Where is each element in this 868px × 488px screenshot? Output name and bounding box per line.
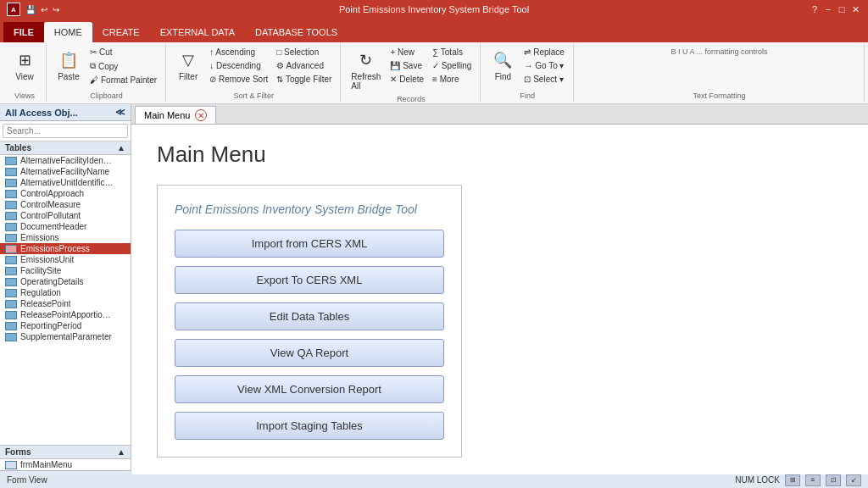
status-view-btn-1[interactable]: ⊞ xyxy=(785,474,800,486)
quick-access-save[interactable]: 💾 xyxy=(25,5,36,14)
refresh-all-button[interactable]: ↻ RefreshAll xyxy=(347,46,385,93)
status-view-btn-4[interactable]: ↙ xyxy=(846,474,861,486)
quick-access-undo[interactable]: ↩ xyxy=(41,5,47,14)
nav-item-label: ReleasePointApportionment xyxy=(20,310,114,319)
title-bar-left: A 💾 ↩ ↪ xyxy=(7,3,59,16)
ribbon-group-views: ⊞ View Views xyxy=(3,44,47,102)
selection-button[interactable]: □ Selection xyxy=(273,46,335,58)
nav-item-EmissionsUnit[interactable]: EmissionsUnit xyxy=(0,254,131,265)
tab-close-button[interactable]: ✕ xyxy=(195,109,207,121)
clipboard-group-label: Clipboard xyxy=(90,90,123,100)
nav-item-label: Regulation xyxy=(20,288,61,297)
tab-create[interactable]: CREATE xyxy=(92,22,150,42)
ribbon-group-views-content: ⊞ View xyxy=(8,46,41,90)
menu-btn-0[interactable]: Import from CERS XML xyxy=(175,230,444,258)
goto-button[interactable]: → Go To ▾ xyxy=(520,59,567,72)
records-small-buttons2: ∑ Totals ✓ Spelling ≡ More xyxy=(429,46,475,86)
ribbon-group-clipboard: 📋 Paste ✂ Cut ⧉ Copy 🖌 Format Painter Cl… xyxy=(47,44,166,102)
nav-item-label: ControlMeasure xyxy=(20,200,81,209)
nav-item-AlternativeFacilityName[interactable]: AlternativeFacilityName xyxy=(0,166,131,177)
nav-item-ReleasePoint[interactable]: ReleasePoint xyxy=(0,298,131,309)
menu-btn-4[interactable]: View XML Conversion Report xyxy=(175,375,444,403)
menu-btn-2[interactable]: Edit Data Tables xyxy=(175,302,444,330)
nav-item-ControlMeasure[interactable]: ControlMeasure xyxy=(0,199,131,210)
quick-access-redo[interactable]: ↪ xyxy=(53,5,59,14)
nav-item-ReleasePointApportionment[interactable]: ReleasePointApportionment xyxy=(0,309,131,320)
status-view-btn-2[interactable]: ≡ xyxy=(805,474,821,486)
paste-button[interactable]: 📋 Paste xyxy=(53,46,85,84)
advanced-button[interactable]: ⚙ Advanced xyxy=(273,59,335,72)
nav-tables-section-header[interactable]: Tables ▲ xyxy=(0,141,131,155)
menu-btn-5[interactable]: Import Staging Tables xyxy=(175,412,444,440)
table-icon xyxy=(5,212,17,220)
nav-item-ControlApproach[interactable]: ControlApproach xyxy=(0,188,131,199)
find-button[interactable]: 🔍 Find xyxy=(487,46,519,84)
nav-item-AlternativeUnitIdentification[interactable]: AlternativeUnitIdentification xyxy=(0,177,131,188)
remove-sort-button[interactable]: ⊘ Remove Sort xyxy=(206,73,271,86)
more-button[interactable]: ≡ More xyxy=(429,73,475,86)
toggle-filter-button[interactable]: ⇅ Toggle Filter xyxy=(273,73,335,86)
sign-in-link[interactable]: Sign in xyxy=(826,25,868,39)
select-button[interactable]: ⊡ Select ▾ xyxy=(520,73,567,86)
table-icon xyxy=(5,300,17,308)
view-label: View xyxy=(15,72,34,81)
paste-icon: 📋 xyxy=(57,48,81,72)
nav-item-Emissions[interactable]: Emissions xyxy=(0,232,131,243)
delete-record-button[interactable]: ✕ Delete xyxy=(387,73,427,86)
nav-item-label: ReportingPeriod xyxy=(20,321,81,330)
nav-item-DocumentHeader[interactable]: DocumentHeader xyxy=(0,221,131,232)
nav-item-SupplementalParameter[interactable]: SupplementalParameter xyxy=(0,331,131,342)
nav-item-label: AlternativeFacilityName xyxy=(20,167,109,176)
nav-pane-chevron[interactable]: ≪ xyxy=(115,107,125,118)
nav-item-Regulation[interactable]: Regulation xyxy=(0,287,131,298)
records-small-buttons: + New 💾 Save ✕ Delete xyxy=(387,46,427,86)
totals-button[interactable]: ∑ Totals xyxy=(429,46,475,58)
nav-item-EmissionsProcess[interactable]: EmissionsProcess xyxy=(0,243,131,254)
nav-forms-section-header[interactable]: Forms ▲ xyxy=(0,445,131,459)
new-record-button[interactable]: + New xyxy=(387,46,427,58)
nav-search-input[interactable] xyxy=(3,124,128,138)
form-icon xyxy=(5,461,17,469)
table-icon xyxy=(5,311,17,319)
menu-btn-1[interactable]: Export To CERS XML xyxy=(175,266,444,294)
format-painter-button[interactable]: 🖌 Format Painter xyxy=(86,74,160,86)
tab-external-data[interactable]: EXTERNAL DATA xyxy=(150,22,245,42)
cut-button[interactable]: ✂ Cut xyxy=(86,46,160,58)
nav-tables-chevron: ▲ xyxy=(117,143,125,152)
descending-button[interactable]: ↓ Descending xyxy=(206,59,271,72)
minimize-button[interactable]: − xyxy=(822,3,834,15)
access-logo: A xyxy=(7,3,20,16)
nav-item-ControlPollutant[interactable]: ControlPollutant xyxy=(0,210,131,221)
restore-button[interactable]: □ xyxy=(836,3,848,15)
ribbon-tab-bar: FILE HOME CREATE EXTERNAL DATA DATABASE … xyxy=(0,19,868,42)
ribbon-group-clipboard-content: 📋 Paste ✂ Cut ⧉ Copy 🖌 Format Painter xyxy=(53,46,160,90)
ribbon-group-sort-filter-content: ▽ Filter ↑ Ascending ↓ Descending ⊘ Remo… xyxy=(172,46,335,90)
save-record-button[interactable]: 💾 Save xyxy=(387,59,427,72)
table-icon xyxy=(5,267,17,275)
filter-button[interactable]: ▽ Filter xyxy=(172,46,204,84)
replace-button[interactable]: ⇌ Replace xyxy=(520,46,567,58)
status-view-btn-3[interactable]: ⊡ xyxy=(826,474,841,486)
close-button[interactable]: ✕ xyxy=(849,3,861,15)
nav-item-label: ControlApproach xyxy=(20,189,84,198)
nav-item-ReportingPeriod[interactable]: ReportingPeriod xyxy=(0,320,131,331)
filter-label: Filter xyxy=(179,72,198,81)
ribbon-group-find-content: 🔍 Find ⇌ Replace → Go To ▾ ⊡ Select ▾ xyxy=(487,46,567,90)
spelling-button[interactable]: ✓ Spelling xyxy=(429,59,475,72)
nav-item-FacilitySite[interactable]: FacilitySite xyxy=(0,265,131,276)
ascending-button[interactable]: ↑ Ascending xyxy=(206,46,271,58)
help-button[interactable]: ? xyxy=(809,3,821,15)
nav-item-label: ReleasePoint xyxy=(20,299,70,308)
copy-button[interactable]: ⧉ Copy xyxy=(86,59,160,73)
nav-item-OperatingDetails[interactable]: OperatingDetails xyxy=(0,276,131,287)
menu-btn-3[interactable]: View QA Report xyxy=(175,339,444,367)
table-icon xyxy=(5,201,17,209)
tab-database-tools[interactable]: DATABASE TOOLS xyxy=(245,22,348,42)
nav-pane-header[interactable]: All Access Obj... ≪ xyxy=(0,104,131,121)
nav-item-frmMainMenu[interactable]: frmMainMenu xyxy=(0,459,131,470)
tab-file[interactable]: FILE xyxy=(3,22,44,42)
nav-item-AlternativeFacilityIdentific[interactable]: AlternativeFacilityIdentific... xyxy=(0,155,131,166)
main-menu-tab[interactable]: Main Menu ✕ xyxy=(135,106,216,124)
tab-home[interactable]: HOME xyxy=(44,22,92,42)
view-button[interactable]: ⊞ View xyxy=(8,46,41,84)
